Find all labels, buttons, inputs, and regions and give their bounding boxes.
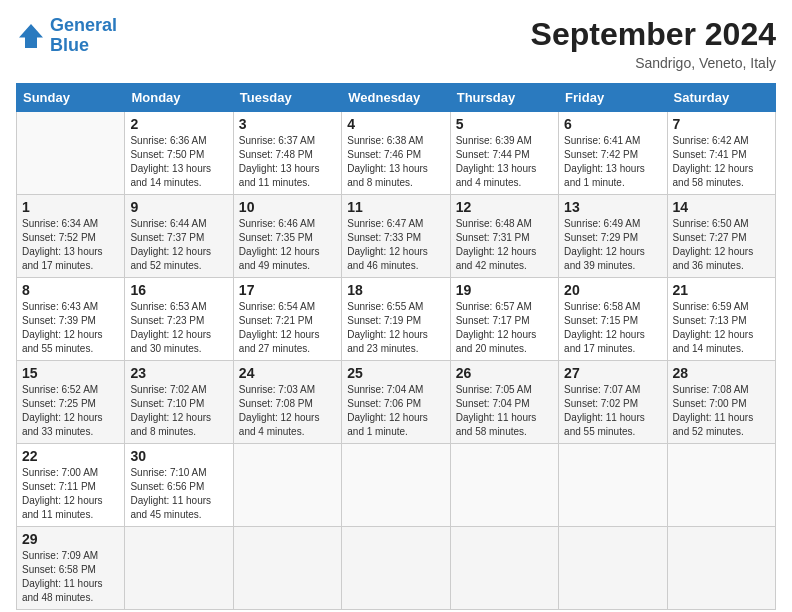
calendar-row-0: 2Sunrise: 6:36 AM Sunset: 7:50 PM Daylig…	[17, 112, 776, 195]
day-number: 11	[347, 199, 444, 215]
day-content: Sunrise: 6:53 AM Sunset: 7:23 PM Dayligh…	[130, 300, 227, 356]
logo-icon	[16, 21, 46, 51]
month-title: September 2024	[531, 16, 776, 53]
calendar-cell: 22Sunrise: 7:00 AM Sunset: 7:11 PM Dayli…	[17, 444, 125, 527]
day-content: Sunrise: 6:46 AM Sunset: 7:35 PM Dayligh…	[239, 217, 336, 273]
calendar-row-2: 8Sunrise: 6:43 AM Sunset: 7:39 PM Daylig…	[17, 278, 776, 361]
day-content: Sunrise: 7:08 AM Sunset: 7:00 PM Dayligh…	[673, 383, 770, 439]
day-number: 17	[239, 282, 336, 298]
day-content: Sunrise: 6:58 AM Sunset: 7:15 PM Dayligh…	[564, 300, 661, 356]
day-content: Sunrise: 6:59 AM Sunset: 7:13 PM Dayligh…	[673, 300, 770, 356]
day-number: 16	[130, 282, 227, 298]
calendar-cell: 12Sunrise: 6:48 AM Sunset: 7:31 PM Dayli…	[450, 195, 558, 278]
calendar-cell	[450, 444, 558, 527]
calendar-cell: 14Sunrise: 6:50 AM Sunset: 7:27 PM Dayli…	[667, 195, 775, 278]
day-number: 26	[456, 365, 553, 381]
day-content: Sunrise: 7:07 AM Sunset: 7:02 PM Dayligh…	[564, 383, 661, 439]
calendar-cell	[233, 527, 341, 610]
header-row: Sunday Monday Tuesday Wednesday Thursday…	[17, 84, 776, 112]
calendar-cell: 13Sunrise: 6:49 AM Sunset: 7:29 PM Dayli…	[559, 195, 667, 278]
col-tuesday: Tuesday	[233, 84, 341, 112]
day-number: 5	[456, 116, 553, 132]
col-friday: Friday	[559, 84, 667, 112]
calendar-cell	[233, 444, 341, 527]
day-number: 28	[673, 365, 770, 381]
day-content: Sunrise: 6:34 AM Sunset: 7:52 PM Dayligh…	[22, 217, 119, 273]
day-content: Sunrise: 6:42 AM Sunset: 7:41 PM Dayligh…	[673, 134, 770, 190]
day-number: 18	[347, 282, 444, 298]
day-number: 4	[347, 116, 444, 132]
svg-marker-0	[19, 24, 43, 48]
logo-text: General Blue	[50, 16, 117, 56]
day-number: 8	[22, 282, 119, 298]
day-content: Sunrise: 7:02 AM Sunset: 7:10 PM Dayligh…	[130, 383, 227, 439]
day-content: Sunrise: 7:05 AM Sunset: 7:04 PM Dayligh…	[456, 383, 553, 439]
day-content: Sunrise: 7:03 AM Sunset: 7:08 PM Dayligh…	[239, 383, 336, 439]
calendar-cell: 19Sunrise: 6:57 AM Sunset: 7:17 PM Dayli…	[450, 278, 558, 361]
calendar-table: Sunday Monday Tuesday Wednesday Thursday…	[16, 83, 776, 610]
calendar-cell: 4Sunrise: 6:38 AM Sunset: 7:46 PM Daylig…	[342, 112, 450, 195]
col-sunday: Sunday	[17, 84, 125, 112]
calendar-cell: 18Sunrise: 6:55 AM Sunset: 7:19 PM Dayli…	[342, 278, 450, 361]
location: Sandrigo, Veneto, Italy	[531, 55, 776, 71]
day-content: Sunrise: 6:38 AM Sunset: 7:46 PM Dayligh…	[347, 134, 444, 190]
col-wednesday: Wednesday	[342, 84, 450, 112]
day-number: 19	[456, 282, 553, 298]
calendar-cell: 9Sunrise: 6:44 AM Sunset: 7:37 PM Daylig…	[125, 195, 233, 278]
day-content: Sunrise: 6:37 AM Sunset: 7:48 PM Dayligh…	[239, 134, 336, 190]
page-header: General Blue September 2024 Sandrigo, Ve…	[16, 16, 776, 71]
calendar-cell	[667, 444, 775, 527]
calendar-cell: 8Sunrise: 6:43 AM Sunset: 7:39 PM Daylig…	[17, 278, 125, 361]
calendar-cell: 28Sunrise: 7:08 AM Sunset: 7:00 PM Dayli…	[667, 361, 775, 444]
day-number: 1	[22, 199, 119, 215]
day-content: Sunrise: 6:47 AM Sunset: 7:33 PM Dayligh…	[347, 217, 444, 273]
day-number: 15	[22, 365, 119, 381]
calendar-cell: 6Sunrise: 6:41 AM Sunset: 7:42 PM Daylig…	[559, 112, 667, 195]
calendar-cell: 16Sunrise: 6:53 AM Sunset: 7:23 PM Dayli…	[125, 278, 233, 361]
calendar-cell: 15Sunrise: 6:52 AM Sunset: 7:25 PM Dayli…	[17, 361, 125, 444]
calendar-cell: 5Sunrise: 6:39 AM Sunset: 7:44 PM Daylig…	[450, 112, 558, 195]
day-content: Sunrise: 6:50 AM Sunset: 7:27 PM Dayligh…	[673, 217, 770, 273]
calendar-cell: 30Sunrise: 7:10 AM Sunset: 6:56 PM Dayli…	[125, 444, 233, 527]
day-number: 25	[347, 365, 444, 381]
calendar-cell: 21Sunrise: 6:59 AM Sunset: 7:13 PM Dayli…	[667, 278, 775, 361]
calendar-cell	[450, 527, 558, 610]
day-number: 23	[130, 365, 227, 381]
day-number: 20	[564, 282, 661, 298]
day-content: Sunrise: 6:52 AM Sunset: 7:25 PM Dayligh…	[22, 383, 119, 439]
calendar-cell	[342, 527, 450, 610]
day-content: Sunrise: 6:43 AM Sunset: 7:39 PM Dayligh…	[22, 300, 119, 356]
day-content: Sunrise: 7:09 AM Sunset: 6:58 PM Dayligh…	[22, 549, 119, 605]
calendar-cell: 25Sunrise: 7:04 AM Sunset: 7:06 PM Dayli…	[342, 361, 450, 444]
day-number: 2	[130, 116, 227, 132]
calendar-cell: 27Sunrise: 7:07 AM Sunset: 7:02 PM Dayli…	[559, 361, 667, 444]
calendar-cell: 23Sunrise: 7:02 AM Sunset: 7:10 PM Dayli…	[125, 361, 233, 444]
day-content: Sunrise: 6:44 AM Sunset: 7:37 PM Dayligh…	[130, 217, 227, 273]
day-content: Sunrise: 7:04 AM Sunset: 7:06 PM Dayligh…	[347, 383, 444, 439]
calendar-cell: 1Sunrise: 6:34 AM Sunset: 7:52 PM Daylig…	[17, 195, 125, 278]
day-content: Sunrise: 7:00 AM Sunset: 7:11 PM Dayligh…	[22, 466, 119, 522]
day-number: 22	[22, 448, 119, 464]
day-number: 29	[22, 531, 119, 547]
day-number: 7	[673, 116, 770, 132]
title-block: September 2024 Sandrigo, Veneto, Italy	[531, 16, 776, 71]
day-content: Sunrise: 6:36 AM Sunset: 7:50 PM Dayligh…	[130, 134, 227, 190]
day-number: 13	[564, 199, 661, 215]
calendar-row-3: 15Sunrise: 6:52 AM Sunset: 7:25 PM Dayli…	[17, 361, 776, 444]
calendar-cell: 3Sunrise: 6:37 AM Sunset: 7:48 PM Daylig…	[233, 112, 341, 195]
calendar-row-5: 29Sunrise: 7:09 AM Sunset: 6:58 PM Dayli…	[17, 527, 776, 610]
day-number: 9	[130, 199, 227, 215]
day-content: Sunrise: 7:10 AM Sunset: 6:56 PM Dayligh…	[130, 466, 227, 522]
day-number: 27	[564, 365, 661, 381]
day-content: Sunrise: 6:57 AM Sunset: 7:17 PM Dayligh…	[456, 300, 553, 356]
col-thursday: Thursday	[450, 84, 558, 112]
day-content: Sunrise: 6:54 AM Sunset: 7:21 PM Dayligh…	[239, 300, 336, 356]
logo: General Blue	[16, 16, 117, 56]
calendar-cell	[559, 527, 667, 610]
calendar-cell: 7Sunrise: 6:42 AM Sunset: 7:41 PM Daylig…	[667, 112, 775, 195]
day-number: 14	[673, 199, 770, 215]
calendar-cell: 10Sunrise: 6:46 AM Sunset: 7:35 PM Dayli…	[233, 195, 341, 278]
col-saturday: Saturday	[667, 84, 775, 112]
calendar-row-4: 22Sunrise: 7:00 AM Sunset: 7:11 PM Dayli…	[17, 444, 776, 527]
day-content: Sunrise: 6:41 AM Sunset: 7:42 PM Dayligh…	[564, 134, 661, 190]
